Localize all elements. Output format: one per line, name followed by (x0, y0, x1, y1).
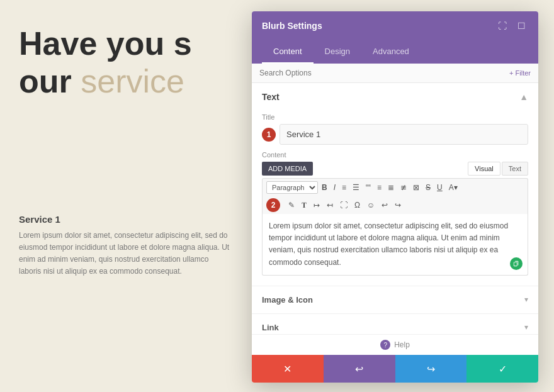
underline-button[interactable]: U (434, 182, 445, 193)
modal-body: Text ▲ Title 1 Content ADD MEDIA Visual (252, 83, 538, 334)
text-section: Text ▲ Title 1 Content ADD MEDIA Visual (252, 83, 538, 286)
image-icon-section: Image & Icon ▾ (252, 286, 538, 314)
confirm-button[interactable]: ✓ (466, 355, 538, 383)
editor-toolbar-row2: 2 ✎ 𝐓 ↦ ↤ ⛶ Ω ☺ ↩ ↪ (262, 196, 528, 214)
redo-button[interactable]: ↪ (395, 355, 467, 383)
indent-button[interactable]: ↦ (311, 199, 322, 211)
text-section-chevron: ▲ (519, 92, 528, 102)
step1-badge: 1 (262, 128, 276, 142)
link-section-title: Link (262, 323, 279, 332)
cancel-button[interactable]: ✕ (252, 355, 324, 383)
text-section-content: Title 1 Content ADD MEDIA Visual Text (252, 113, 538, 286)
align-center-button[interactable]: ≣ (385, 182, 397, 193)
service-name: Service 1 (19, 214, 233, 225)
copy-icon[interactable] (510, 257, 523, 270)
search-input[interactable] (259, 69, 509, 77)
title-field-row: 1 (262, 124, 528, 145)
modal-title: Blurb Settings (262, 21, 322, 31)
text-section-title: Text (262, 92, 280, 102)
fullscreen-button[interactable]: ⛶ (337, 199, 350, 211)
blurb-settings-modal: Blurb Settings ⛶ ☐ Content Design Advanc… (252, 11, 538, 383)
text-section-header[interactable]: Text ▲ (252, 83, 538, 108)
bg-headline: Have you s our service (19, 25, 233, 101)
service-card: Service 1 Lorem ipsum dolor sit amet, co… (19, 214, 233, 278)
title-input[interactable] (280, 124, 528, 145)
modal-footer: ✕ ↩ ↪ ✓ (252, 355, 538, 383)
help-text: Help (394, 340, 410, 349)
pencil-button[interactable]: ✎ (286, 199, 297, 211)
format-button[interactable]: 𝐓 (299, 199, 309, 211)
paragraph-select[interactable]: Paragraph (266, 181, 318, 194)
align-right-button[interactable]: ≢ (398, 182, 409, 193)
bold-button[interactable]: B (319, 182, 330, 193)
background-page: Have you s our service Service 1 Lorem i… (0, 0, 252, 392)
strikethrough-button[interactable]: S (423, 182, 433, 193)
help-bar: ? Help (252, 334, 538, 355)
link-section: Link ▾ (252, 314, 538, 334)
image-icon-section-title: Image & Icon (262, 295, 313, 305)
italic-button[interactable]: I (331, 182, 338, 193)
tab-advanced[interactable]: Advanced (361, 40, 421, 64)
help-icon: ? (380, 340, 390, 350)
emoji-button[interactable]: ☺ (365, 199, 377, 211)
add-media-button[interactable]: ADD MEDIA (262, 162, 313, 176)
table-button[interactable]: ⊠ (410, 182, 422, 193)
editor-content[interactable]: Lorem ipsum dolor sit amet, consectetur … (262, 214, 528, 276)
search-bar: + Filter (252, 64, 538, 83)
service-description: Lorem ipsum dolor sit amet, consectetur … (19, 230, 233, 278)
tab-design[interactable]: Design (314, 40, 361, 64)
modal-header-icons: ⛶ ☐ (495, 19, 528, 33)
step2-badge: 2 (266, 198, 280, 212)
modal-header: Blurb Settings ⛶ ☐ (252, 11, 538, 40)
list-button[interactable]: ≡ (339, 182, 349, 193)
link-section-header[interactable]: Link ▾ (252, 314, 538, 334)
special-chars-button[interactable]: Ω (352, 199, 363, 211)
filter-button[interactable]: + Filter (509, 69, 531, 77)
title-field-label: Title (262, 113, 528, 121)
text-tab-button[interactable]: Text (502, 162, 528, 176)
quote-button[interactable]: ““ (363, 182, 373, 193)
visual-tab-button[interactable]: Visual (468, 162, 500, 176)
redo-editor-button[interactable]: ↪ (392, 199, 404, 211)
image-icon-chevron: ▾ (524, 295, 528, 304)
align-left-button[interactable]: ≡ (375, 182, 384, 193)
list2-button[interactable]: ☰ (350, 182, 362, 193)
link-chevron: ▾ (524, 323, 528, 332)
modal-tabs: Content Design Advanced (252, 40, 538, 64)
expand-icon[interactable]: ⛶ (495, 19, 509, 33)
editor-text: Lorem ipsum dolor sit amet, consectetur … (269, 221, 508, 267)
editor-toolbar-row1: Paragraph B I ≡ ☰ ““ ≡ ≣ ≢ ⊠ S U A▾ (262, 178, 528, 196)
collapse-icon[interactable]: ☐ (514, 19, 528, 33)
image-icon-section-header[interactable]: Image & Icon ▾ (252, 286, 538, 313)
undo-editor-button[interactable]: ↩ (379, 199, 390, 211)
tab-content[interactable]: Content (262, 40, 314, 64)
outdent-button[interactable]: ↤ (324, 199, 336, 211)
content-field-label: Content (262, 151, 528, 159)
color-button[interactable]: A▾ (446, 182, 460, 193)
undo-button[interactable]: ↩ (324, 355, 395, 383)
